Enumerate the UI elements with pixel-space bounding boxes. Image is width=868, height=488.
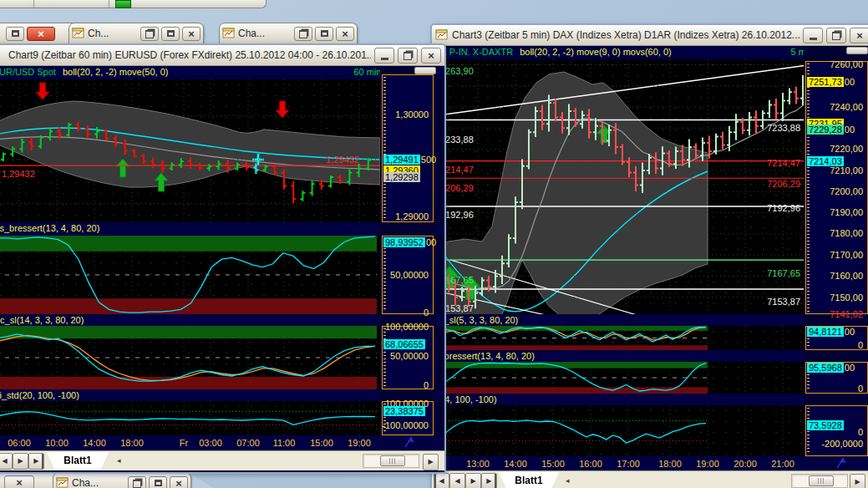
restore-button[interactable] bbox=[294, 27, 312, 41]
close-button[interactable]: × bbox=[336, 27, 354, 41]
scrollbar-thumb[interactable] bbox=[809, 475, 834, 486]
time-label: 13:00 bbox=[466, 459, 490, 469]
cci-pane-eurusd[interactable] bbox=[0, 401, 380, 435]
pane-splitter-handle[interactable] bbox=[414, 67, 436, 74]
stoch-pane-eurusd[interactable] bbox=[0, 326, 380, 389]
scroll-right-button[interactable]: ▶ bbox=[423, 454, 439, 470]
window-title: Chart3 (Zeitbar 5 min) DAX (Indizes Xetr… bbox=[452, 29, 799, 41]
window-title: Chart9 (Zeitbar 60 min) EURUSD (Forex FX… bbox=[0, 49, 371, 61]
maximize-button[interactable] bbox=[149, 476, 167, 488]
minimized-window-1[interactable]: Ch... × bbox=[69, 23, 204, 44]
cci-pane-dax[interactable] bbox=[432, 405, 814, 456]
maximize-icon bbox=[12, 30, 19, 37]
time-label: 17:00 bbox=[617, 459, 640, 469]
sheet-tab-blatt1[interactable]: Blatt1 bbox=[499, 472, 559, 488]
indicator-params-label: boll(20, 2, -2) move(9, 0) movs(60, 0) bbox=[515, 47, 672, 57]
time-label: 18:00 bbox=[120, 438, 144, 448]
minimize-button[interactable] bbox=[374, 48, 394, 64]
tab-scroll-left[interactable]: ◂ bbox=[566, 476, 570, 485]
close-icon: × bbox=[16, 477, 23, 488]
minimize-button[interactable] bbox=[803, 28, 823, 43]
close-button[interactable]: × bbox=[421, 48, 441, 64]
axis-label: 23,38375 bbox=[383, 406, 425, 416]
maximize-button[interactable] bbox=[6, 27, 24, 41]
restore-button[interactable] bbox=[128, 476, 146, 488]
tab-last-button[interactable]: ◀ bbox=[481, 473, 497, 488]
restore-button[interactable] bbox=[140, 27, 159, 41]
restore-icon bbox=[299, 30, 307, 38]
minimized-window-2[interactable]: Cha... × bbox=[219, 23, 358, 44]
chart3-header-strip: AX P-IN. X-DAXTR boll(20, 2, -2) move(9,… bbox=[432, 46, 868, 59]
close-button[interactable]: × bbox=[170, 476, 188, 488]
tab-scroll-left[interactable]: ◂ bbox=[117, 456, 121, 465]
axis-label: -100,00000 bbox=[382, 420, 429, 430]
close-icon: × bbox=[38, 28, 44, 39]
tab-prev-button[interactable]: ◀ bbox=[0, 453, 13, 470]
restore-button[interactable] bbox=[398, 48, 418, 64]
titlebar-chart9[interactable]: Chart9 (Zeitbar 60 min) EURUSD (Forex FX… bbox=[0, 45, 444, 66]
tab-next-button[interactable]: ▶ bbox=[465, 473, 481, 488]
maximize-button[interactable] bbox=[161, 27, 180, 41]
close-icon: × bbox=[342, 28, 348, 39]
close-button[interactable]: × bbox=[182, 27, 201, 41]
axis-label: 50,00000 bbox=[390, 351, 429, 361]
minimized-window-title: Ch... bbox=[88, 28, 138, 39]
axis-label: 7251,7300 bbox=[807, 77, 855, 87]
horizontal-scrollbar[interactable] bbox=[363, 454, 419, 468]
stoch-pane-dax[interactable] bbox=[432, 326, 814, 350]
scrollbar-thumb[interactable] bbox=[380, 455, 405, 466]
maximize-button[interactable] bbox=[315, 27, 333, 41]
symbol-label: UR/USD Spot bbox=[0, 67, 56, 77]
tab-prev-button[interactable]: ◀ bbox=[449, 473, 465, 488]
indicator-label: ci_std(20, 100, -100) bbox=[0, 390, 79, 400]
bollinger-band bbox=[0, 101, 380, 187]
pane-splitter-handle[interactable] bbox=[846, 47, 868, 54]
toolbar-green-icon[interactable] bbox=[115, 0, 131, 8]
restore-icon bbox=[145, 30, 154, 38]
axis-label: 0 bbox=[858, 384, 863, 394]
horizontal-scrollbar[interactable] bbox=[791, 474, 848, 488]
minimized-window-title: Cha... bbox=[238, 28, 292, 39]
price-axis-eurusd: 1,300001,294915001,293601,292981,2900098… bbox=[380, 66, 435, 435]
axis-label: 7240,00 bbox=[830, 102, 863, 112]
tab-last-button[interactable]: ◀ bbox=[28, 453, 44, 470]
flag-icon bbox=[403, 436, 416, 449]
restore-button[interactable] bbox=[826, 28, 846, 43]
price-pane-dax[interactable]: 7263,907233,887214,477206,297192,967167,… bbox=[432, 59, 814, 314]
sheet-tab-blatt1[interactable]: Blatt1 bbox=[47, 452, 109, 469]
axis-label: 0 bbox=[424, 308, 429, 318]
close-button[interactable]: × bbox=[27, 27, 55, 41]
restore-icon bbox=[133, 480, 141, 488]
axis-label: 7180,00 bbox=[830, 228, 863, 238]
time-label: 14:00 bbox=[83, 438, 106, 448]
indicator-label: oc_sl(14, 3, 3, 80, 20) bbox=[0, 315, 84, 325]
price-pane-eurusd[interactable]: 1,294321,29432 bbox=[0, 79, 380, 222]
time-axis-eurusd: 06:0010:0014:0018:00Fr03:0007:0011:0015:… bbox=[0, 435, 444, 450]
minimized-window-3[interactable]: Cha... × bbox=[53, 472, 191, 488]
titlebar-chart3[interactable]: Chart3 (Zeitbar 5 min) DAX (Indizes Xetr… bbox=[432, 25, 868, 46]
close-button[interactable]: × bbox=[850, 28, 868, 43]
close-icon: × bbox=[175, 478, 182, 488]
axis-label: 94,812100 bbox=[807, 327, 855, 337]
dss-pane-dax[interactable] bbox=[432, 362, 814, 394]
time-label: 21:00 bbox=[771, 459, 794, 469]
time-label: 16:00 bbox=[579, 459, 602, 469]
price-level-label: 7192,96 bbox=[767, 203, 800, 213]
time-label: 19:00 bbox=[348, 438, 371, 448]
window-chart9[interactable]: Chart9 (Zeitbar 60 min) EURUSD (Forex FX… bbox=[0, 43, 446, 474]
tab-first-button[interactable]: ◀ bbox=[434, 473, 449, 488]
sheet-tabbar: ◀ ▶ ◀ Blatt1 ◂ ▶ bbox=[0, 450, 444, 470]
close-button[interactable]: × bbox=[4, 475, 34, 488]
sheet-tabbar: ◀ ◀ ▶ ◀ Blatt1 ◂ ▶ bbox=[432, 470, 868, 488]
axis-label: 1,30000 bbox=[395, 109, 429, 119]
axis-label: 98,9395200 bbox=[383, 237, 436, 247]
time-label: 06:00 bbox=[8, 438, 31, 448]
tab-next-button[interactable]: ▶ bbox=[13, 453, 28, 470]
window-chart3[interactable]: Chart3 (Zeitbar 5 min) DAX (Indizes Xetr… bbox=[430, 23, 868, 488]
dss-pane-eurusd[interactable] bbox=[0, 236, 380, 314]
axis-label: 7150,00 bbox=[830, 292, 863, 302]
scroll-right-button[interactable]: ▶ bbox=[850, 474, 865, 488]
indicator-strip: ss_bressert(13, 4, 80, 20) bbox=[0, 222, 444, 236]
axis-label: 0 bbox=[424, 380, 429, 390]
indicator-params-label: boll(20, 2, -2) move(50, 0) bbox=[58, 67, 169, 77]
